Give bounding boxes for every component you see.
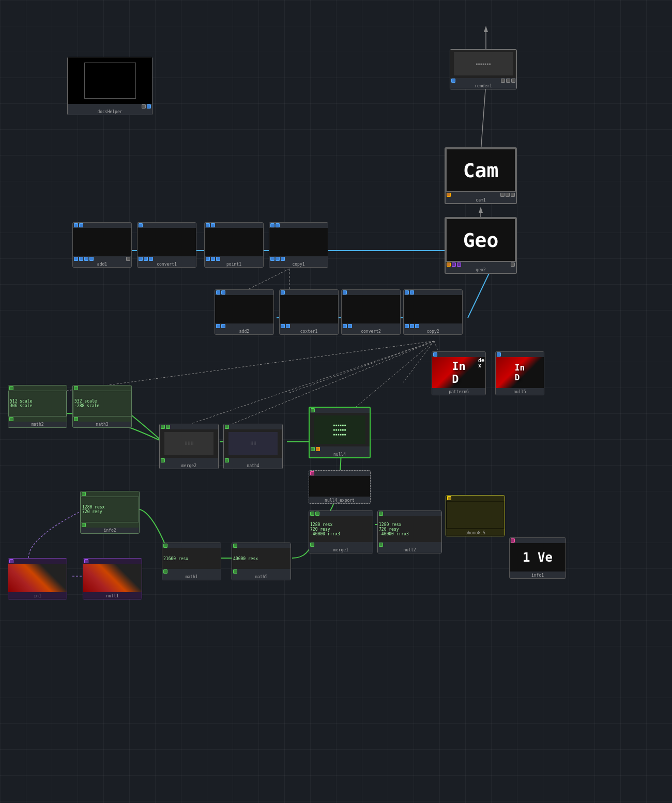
node-render1[interactable]: ▪▪▪▪▪▪▪ render1	[450, 49, 517, 89]
port-green[interactable]	[161, 425, 165, 429]
port[interactable]	[84, 257, 88, 261]
node-cam1[interactable]: Cam cam1	[445, 147, 517, 204]
port[interactable]	[506, 79, 510, 83]
node-math5[interactable]: 40000 resx math5	[232, 543, 291, 580]
port[interactable]	[506, 193, 510, 197]
node-null2[interactable]: 1280 resx 720 resy -40000 rrrx3 null2	[377, 511, 442, 553]
node-math4[interactable]: ⠿⠿ math4	[223, 424, 283, 469]
node-in1[interactable]: in1	[8, 558, 67, 599]
node-phonogls[interactable]: phonoGLS	[446, 495, 505, 536]
port-green[interactable]	[9, 386, 13, 390]
port[interactable]	[511, 193, 515, 197]
port[interactable]	[311, 447, 315, 451]
port[interactable]	[74, 257, 78, 261]
port-green[interactable]	[311, 408, 315, 412]
node-math2[interactable]: 512 scale 306 scale math2	[8, 385, 67, 428]
port[interactable]	[82, 523, 86, 527]
port[interactable]	[206, 257, 210, 261]
port[interactable]	[511, 79, 515, 83]
port-blue[interactable]	[74, 223, 78, 227]
node-null4[interactable]: ▪▪▪▪▪▪ ▪▪▪▪▪▪ ▪▪▪▪▪▪ null4	[309, 407, 371, 458]
node-null1[interactable]: null1	[83, 558, 142, 599]
port[interactable]	[343, 324, 347, 328]
port[interactable]	[89, 257, 94, 261]
node-add1[interactable]: add1	[72, 222, 132, 268]
port-purple[interactable]	[84, 559, 88, 563]
node-coxter1[interactable]: coxter1	[279, 289, 339, 335]
port-blue[interactable]	[497, 352, 501, 357]
node-convert1[interactable]: convert1	[137, 222, 196, 268]
port[interactable]	[348, 324, 352, 328]
port[interactable]	[233, 569, 237, 574]
node-copy1[interactable]: copy1	[269, 222, 328, 268]
port[interactable]	[379, 543, 383, 547]
port-blue2[interactable]	[276, 223, 280, 227]
port[interactable]	[451, 79, 455, 83]
node-null4-export[interactable]: null4_export	[309, 470, 371, 504]
port-purple2[interactable]	[457, 262, 461, 267]
node-math3[interactable]: 532 scale -288 scale math3	[72, 385, 132, 428]
port[interactable]	[144, 257, 148, 261]
node-convert2[interactable]: convert2	[341, 289, 401, 335]
port-blue[interactable]	[147, 104, 151, 109]
node-null5[interactable]: InD null5	[495, 351, 544, 395]
port-blue[interactable]	[433, 352, 437, 357]
port[interactable]	[161, 458, 165, 462]
node-point1[interactable]: point1	[204, 222, 264, 268]
port[interactable]	[139, 257, 143, 261]
port-orange[interactable]	[316, 447, 320, 451]
port[interactable]	[149, 257, 153, 261]
port-orange[interactable]	[447, 193, 451, 197]
port-green[interactable]	[233, 544, 237, 548]
port-green2[interactable]	[315, 512, 319, 516]
port[interactable]	[225, 458, 229, 462]
port[interactable]	[511, 262, 515, 267]
port[interactable]	[415, 324, 419, 328]
port-green[interactable]	[310, 512, 314, 516]
port-purple[interactable]	[9, 559, 13, 563]
port[interactable]	[126, 257, 130, 261]
node-geo2[interactable]: Geo geo2	[445, 217, 517, 274]
port[interactable]	[163, 569, 167, 574]
port-blue2[interactable]	[79, 223, 83, 227]
port[interactable]	[501, 79, 505, 83]
port-blue[interactable]	[139, 223, 143, 227]
port[interactable]	[221, 324, 225, 328]
port[interactable]	[276, 257, 280, 261]
port-green[interactable]	[163, 544, 167, 548]
port[interactable]	[281, 324, 285, 328]
port-blue[interactable]	[405, 290, 409, 295]
port[interactable]	[79, 257, 83, 261]
node-docshelper[interactable]: docsHelper	[67, 57, 152, 115]
port[interactable]	[74, 417, 78, 421]
port[interactable]	[405, 324, 409, 328]
port[interactable]	[310, 543, 314, 547]
port-yellow[interactable]	[447, 496, 451, 500]
port-pink[interactable]	[310, 471, 314, 475]
port-blue[interactable]	[206, 223, 210, 227]
port[interactable]	[286, 324, 290, 328]
port-green[interactable]	[74, 386, 78, 390]
port-green[interactable]	[379, 512, 383, 516]
port[interactable]	[9, 417, 13, 421]
port[interactable]	[410, 324, 414, 328]
port-purple[interactable]	[452, 262, 456, 267]
port-blue[interactable]	[343, 290, 347, 295]
port-green[interactable]	[82, 492, 86, 496]
node-info1[interactable]: 1 Ve info1	[509, 537, 566, 579]
port[interactable]	[211, 257, 215, 261]
node-pattern6[interactable]: InD dex pattern6	[432, 351, 486, 395]
node-info2[interactable]: 1280 resx 720 resy info2	[80, 491, 140, 534]
port-pink[interactable]	[511, 538, 515, 543]
node-merge2[interactable]: ⠿⠿⠿ merge2	[159, 424, 219, 469]
node-copy2[interactable]: copy2	[403, 289, 463, 335]
node-merge1[interactable]: 1280 resx 720 resy -40000 rrrx3 merge1	[309, 511, 373, 553]
port-blue2[interactable]	[211, 223, 215, 227]
port-blue[interactable]	[270, 223, 274, 227]
port[interactable]	[270, 257, 274, 261]
port[interactable]	[142, 104, 146, 109]
port-green2[interactable]	[166, 425, 170, 429]
port-blue2[interactable]	[410, 290, 414, 295]
port-blue[interactable]	[281, 290, 285, 295]
node-add2[interactable]: add2	[215, 289, 274, 335]
